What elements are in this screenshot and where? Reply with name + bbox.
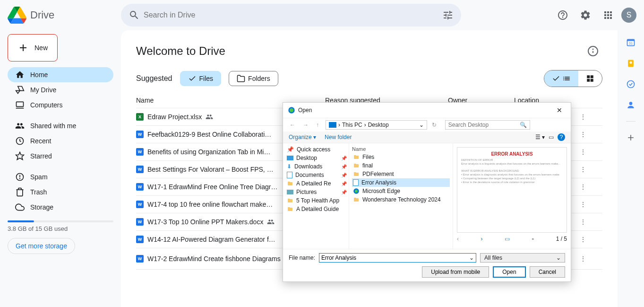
- list-item[interactable]: Microsoft Edge: [352, 187, 450, 195]
- check-icon: [552, 74, 560, 83]
- info-icon[interactable]: [584, 42, 602, 61]
- zoom-fit-button[interactable]: ▭: [505, 236, 510, 242]
- new-button[interactable]: New: [8, 34, 58, 61]
- sidebar: New Home My Drive Computers Shared with …: [0, 30, 121, 307]
- list-item[interactable]: Files: [352, 153, 450, 161]
- back-button[interactable]: ←: [287, 121, 298, 129]
- tree-item[interactable]: 📌Quick access: [287, 145, 347, 154]
- search-icon: 🔍: [520, 122, 527, 128]
- filename-label: File name:: [289, 254, 315, 261]
- filetype-filter[interactable]: All files⌄: [480, 253, 565, 263]
- more-actions-button[interactable]: ⋮: [580, 201, 586, 208]
- tree-item[interactable]: A Detailed Guide: [287, 205, 347, 213]
- settings-icon[interactable]: [576, 6, 595, 25]
- path-bar[interactable]: ›This PC ›Desktop ⌄: [326, 120, 427, 130]
- file-open-dialog: Open ✕ ← → ↑ ›This PC ›Desktop ⌄ ↻ 🔍 Org…: [283, 102, 571, 282]
- tree-item[interactable]: Desktop📌: [287, 154, 347, 162]
- excel-icon: X: [136, 113, 144, 121]
- svg-rect-13: [627, 39, 635, 41]
- folder-icon: [237, 74, 245, 83]
- file-name: W17-3 Top 10 Online PPT Makers.docx: [147, 218, 263, 226]
- up-button[interactable]: ↑: [313, 121, 322, 129]
- search-bar[interactable]: [121, 4, 461, 26]
- nav-starred[interactable]: Starred: [8, 149, 113, 164]
- dialog-search-input[interactable]: [448, 122, 520, 128]
- dialog-title: Open: [298, 107, 312, 114]
- keep-icon[interactable]: [626, 59, 635, 68]
- grid-view-button[interactable]: [578, 70, 602, 87]
- tree-item[interactable]: A Detailed Re📌: [287, 179, 347, 188]
- list-header[interactable]: Name: [352, 145, 450, 153]
- nav-shared[interactable]: Shared with me: [8, 118, 113, 133]
- more-actions-button[interactable]: ⋮: [580, 183, 586, 191]
- nav-my-drive[interactable]: My Drive: [8, 82, 113, 97]
- apps-icon[interactable]: [599, 6, 618, 25]
- more-actions-button[interactable]: ⋮: [580, 236, 586, 243]
- tree-item[interactable]: ⬇Downloads📌: [287, 162, 347, 171]
- file-name: Benefits of using Organization Tab in Mi…: [147, 148, 270, 156]
- tune-icon[interactable]: [442, 9, 454, 21]
- list-view-button[interactable]: [544, 70, 578, 87]
- svg-point-17: [627, 81, 635, 88]
- search-input[interactable]: [144, 11, 442, 19]
- clock-icon: [15, 136, 25, 146]
- nav-trash[interactable]: Trash: [8, 184, 113, 200]
- forward-button[interactable]: →: [300, 121, 311, 129]
- next-page-button[interactable]: ›: [481, 236, 483, 242]
- tree-item[interactable]: Documents📌: [287, 171, 347, 179]
- more-actions-button[interactable]: ⋮: [580, 113, 586, 121]
- close-button[interactable]: ✕: [553, 105, 566, 115]
- contacts-icon[interactable]: [626, 100, 635, 110]
- file-name: W17-1 EdrawMind Free Online Tree Diagr…: [147, 183, 277, 191]
- preview-pane-button[interactable]: ▭: [549, 134, 554, 140]
- shared-icon: [267, 218, 275, 226]
- folders-chip[interactable]: Folders: [229, 71, 278, 86]
- navigation-tree: 📌Quick accessDesktop📌⬇Downloads📌Document…: [283, 143, 349, 249]
- zoom-page-button[interactable]: ▫: [532, 236, 534, 242]
- tasks-icon[interactable]: [626, 79, 635, 89]
- upload-mobile-button[interactable]: Upload from mobile: [422, 266, 489, 278]
- help-icon[interactable]: [553, 6, 572, 25]
- nav-recent[interactable]: Recent: [8, 133, 113, 149]
- dialog-bottom: File name: ⌄ All files⌄ Upload from mobi…: [283, 249, 571, 281]
- avatar[interactable]: S: [621, 8, 636, 23]
- file-name: Best Settings For Valorant – Boost FPS, …: [147, 166, 274, 173]
- organize-button[interactable]: Organize ▾: [289, 134, 316, 140]
- more-actions-button[interactable]: ⋮: [580, 255, 586, 263]
- list-item[interactable]: PDFelement: [352, 170, 450, 178]
- nav-computers[interactable]: Computers: [8, 97, 113, 113]
- help-icon[interactable]: ?: [558, 133, 565, 141]
- list-item[interactable]: Error Analysis: [352, 178, 450, 187]
- prev-page-button[interactable]: ‹: [457, 236, 459, 242]
- list-item[interactable]: Wondershare Technology 2024: [352, 195, 450, 204]
- tree-item[interactable]: 5 Top Health App: [287, 196, 347, 205]
- word-icon: W: [136, 148, 144, 156]
- nav-home[interactable]: Home: [8, 67, 113, 82]
- view-mode-button[interactable]: ☰ ▾: [535, 134, 545, 140]
- side-panel: 31: [618, 30, 644, 307]
- dialog-search[interactable]: 🔍: [445, 120, 530, 130]
- add-icon[interactable]: [626, 133, 635, 142]
- newfolder-button[interactable]: New folder: [325, 134, 352, 140]
- new-button-label: New: [34, 44, 48, 52]
- storage-text: 3.8 GB of 15 GB used: [8, 225, 113, 232]
- list-item[interactable]: final: [352, 161, 450, 170]
- tree-item[interactable]: Pictures📌: [287, 188, 347, 196]
- more-actions-button[interactable]: ⋮: [580, 166, 586, 173]
- open-button[interactable]: Open: [493, 266, 525, 278]
- more-actions-button[interactable]: ⋮: [580, 148, 586, 156]
- nav-storage[interactable]: Storage: [8, 200, 113, 215]
- more-storage-button[interactable]: Get more storage: [8, 238, 75, 254]
- calendar-icon[interactable]: 31: [626, 38, 635, 47]
- cancel-button[interactable]: Cancel: [530, 266, 565, 278]
- files-chip[interactable]: Files: [180, 71, 222, 86]
- nav-spam[interactable]: Spam: [8, 169, 113, 184]
- refresh-button[interactable]: ↻: [429, 121, 439, 129]
- filename-input[interactable]: ⌄: [319, 253, 476, 263]
- more-actions-button[interactable]: ⋮: [580, 131, 586, 138]
- logo[interactable]: Drive: [8, 6, 121, 25]
- file-name: Edraw Project.xlsx: [147, 113, 202, 121]
- plus-icon: [17, 42, 29, 53]
- page-title: Welcome to Drive: [136, 44, 225, 58]
- more-actions-button[interactable]: ⋮: [580, 218, 586, 226]
